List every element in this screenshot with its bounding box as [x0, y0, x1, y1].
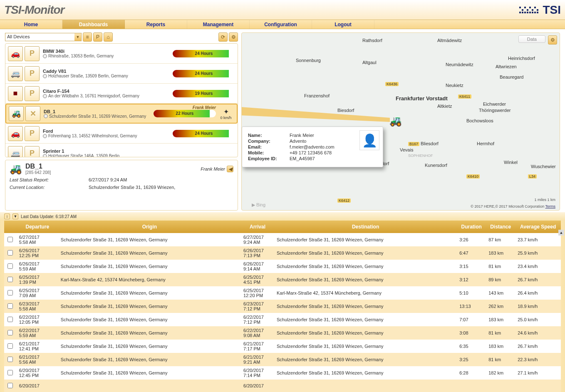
table-row[interactable]: 6/20/20176/20/2017 [4, 380, 561, 392]
menu-reports[interactable]: Reports [125, 20, 187, 29]
refresh-icon-button[interactable]: ⟳ [218, 32, 228, 42]
map-terms-link[interactable]: Terms [545, 204, 556, 208]
row-checkbox[interactable] [7, 277, 13, 282]
map-view[interactable]: Data ⚙ 🚜 👤 Name:Frank Meier Company:Adve… [241, 32, 560, 211]
cell: 6/21/20177:17 PM [241, 340, 274, 353]
cell: 6/20/201712:45 PM [17, 366, 58, 380]
cell: 25.0 km/h [515, 313, 561, 326]
cell: 6/23/20177:12 PM [241, 300, 274, 313]
table-row[interactable]: 6/25/20177:09 AMSchulzendorfer Straße 31… [4, 286, 561, 300]
device-row[interactable]: 🚐PSprinter 1Holzhauser Straße 146A, 1350… [5, 144, 238, 157]
cell: 6:28 [457, 366, 486, 380]
menu-logout[interactable]: Logout [312, 20, 374, 29]
row-checkbox[interactable] [7, 317, 13, 322]
row-checkbox[interactable] [7, 383, 13, 388]
parking-icon-button[interactable]: P [93, 32, 102, 42]
table-row[interactable]: 6/20/201712:45 PMSchulzendorfer Straße 3… [4, 366, 561, 380]
goto-driver-icon[interactable]: ◀ [227, 166, 233, 172]
chevron-down-icon: ▼ [74, 33, 81, 41]
cell: 3:26 [457, 233, 486, 246]
table-row[interactable]: 6/25/20171:39 PMKarl-Marx-Straße 42, 153… [4, 273, 561, 286]
table-row[interactable]: 6/26/201712:25 PMSchulzendorfer Straße 3… [4, 246, 561, 260]
table-row[interactable]: 6/22/201712:05 PMSchulzendorfer Straße 3… [4, 313, 561, 326]
column-header[interactable]: Arrival [241, 221, 274, 233]
menu-management[interactable]: Management [187, 20, 250, 29]
table-row[interactable]: 6/21/201712:41 PMSchulzendorfer Straße 3… [4, 340, 561, 353]
map-gear-icon[interactable]: ⚙ [548, 35, 557, 45]
row-checkbox[interactable] [7, 263, 13, 269]
cell: 26.7 km/h [515, 273, 561, 286]
device-row[interactable]: ■PCitaro F-154An der Wildbahn 3, 16761 H… [5, 84, 238, 104]
globe-icon [43, 94, 47, 98]
cell: Schulzendorfer Straße 31, 16269 Wriezen,… [58, 313, 241, 326]
map-data-button[interactable]: Data [518, 35, 545, 43]
cell [4, 340, 17, 353]
status-report-label: Last Status Report: [10, 177, 89, 182]
table-row[interactable]: 6/23/20175:58 AMSchulzendorfer Straße 31… [4, 300, 561, 313]
row-checkbox[interactable] [7, 250, 13, 256]
map-road-label: B167 [408, 142, 419, 146]
table-row[interactable]: 6/21/20175:56 AMSchulzendorfer Straße 31… [4, 353, 561, 366]
collapse-down-icon[interactable]: ▼ [12, 213, 18, 219]
column-header[interactable]: Departure [17, 221, 58, 233]
map-road-label: L34 [528, 174, 537, 179]
cell: Schulzendorfer Straße 31, 16269 Wriezen,… [274, 233, 457, 246]
table-row[interactable]: 6/22/20175:59 AMSchulzendorfer Straße 31… [4, 326, 561, 340]
menu-home[interactable]: Home [0, 20, 62, 29]
device-row[interactable]: 🚗PBMW 340iRhinstraße, 13053 Berlin, Germ… [5, 44, 238, 64]
table-row[interactable]: 6/26/20175:59 AMSchulzendorfer Straße 31… [4, 260, 561, 273]
map-vehicle-pin-icon[interactable]: 🚜 [389, 115, 402, 127]
column-header[interactable]: Duration [457, 221, 486, 233]
globe-icon [44, 114, 48, 118]
device-filter-select[interactable]: All Devices ▼ [5, 33, 82, 41]
cell: 27.1 km/h [515, 366, 561, 380]
scroll-up-icon[interactable]: ▲ [558, 230, 564, 236]
row-checkbox[interactable] [7, 303, 13, 309]
device-row[interactable]: 🚗PFordFöhrenhang 13, 14552 Wilhelmshorst… [5, 124, 238, 144]
device-filter-value: All Devices [7, 34, 30, 39]
cell: 6/25/20174:51 PM [241, 273, 274, 286]
cell: Schulzendorfer Straße 31, 16269 Wriezen,… [274, 326, 457, 340]
column-header[interactable]: Average Speed [515, 221, 561, 233]
cell: Schulzendorfer Straße 31, 16269 Wriezen,… [274, 260, 457, 273]
cell: 6/26/20177:13 PM [241, 246, 274, 260]
menu-dashboards[interactable]: Dashboards [62, 20, 125, 29]
menu-configuration[interactable]: Configuration [250, 20, 312, 29]
signal-icon-button[interactable]: ≡ [83, 32, 92, 42]
detail-vehicle-ids: [285 642 208] [25, 170, 51, 175]
cell [4, 326, 17, 340]
map-road-label: K6410 [466, 174, 480, 179]
cell: 6/20/2017 [241, 380, 274, 392]
cell: 6/22/20179:08 AM [241, 326, 274, 340]
row-checkbox[interactable] [7, 237, 13, 242]
device-row[interactable]: 🚐PCaddy V81Holzhauser Straße, 13509 Berl… [5, 64, 238, 84]
column-header[interactable]: Destination [274, 221, 457, 233]
cell [4, 380, 17, 392]
row-checkbox[interactable] [7, 370, 13, 375]
device-row[interactable]: 🚜✕DB_1Schulzendorfer Straße 31, 16269 Wr… [5, 104, 238, 124]
table-row[interactable]: 6/27/20175:58 AMSchulzendorfer Straße 31… [4, 233, 561, 246]
cell: 23.7 km/h [515, 233, 561, 246]
cell: 183 km [486, 340, 515, 353]
device-address: Holzhauser Straße 146A, 13509 Berlin [43, 154, 235, 157]
home-icon-button[interactable]: ⌂ [104, 32, 113, 42]
column-header[interactable]: Distance [486, 221, 515, 233]
gear-icon-button[interactable]: ⚙ [229, 32, 238, 42]
collapse-vertical-icon[interactable]: ↕ [4, 213, 10, 219]
column-header[interactable] [4, 221, 17, 233]
cell: 7:07 [457, 313, 486, 326]
row-checkbox[interactable] [7, 343, 13, 349]
last-update-label: Last Data Update: 6:18:27 AM [21, 214, 77, 219]
current-location-label: Current Location: [10, 185, 89, 190]
cell: 6/22/20177:12 PM [241, 313, 274, 326]
row-checkbox[interactable] [7, 357, 13, 362]
trips-table: DepartureOriginArrivalDestinationDuratio… [4, 221, 561, 392]
cell: 81 km [486, 353, 515, 366]
cell: 6/26/20175:59 AM [17, 260, 58, 273]
row-checkbox[interactable] [7, 290, 13, 295]
cell: 6/26/20179:14 AM [241, 260, 274, 273]
app-title: TSI-Monitor [4, 3, 519, 17]
parking-icon: P [25, 86, 40, 101]
row-checkbox[interactable] [7, 330, 13, 335]
column-header[interactable]: Origin [58, 221, 241, 233]
